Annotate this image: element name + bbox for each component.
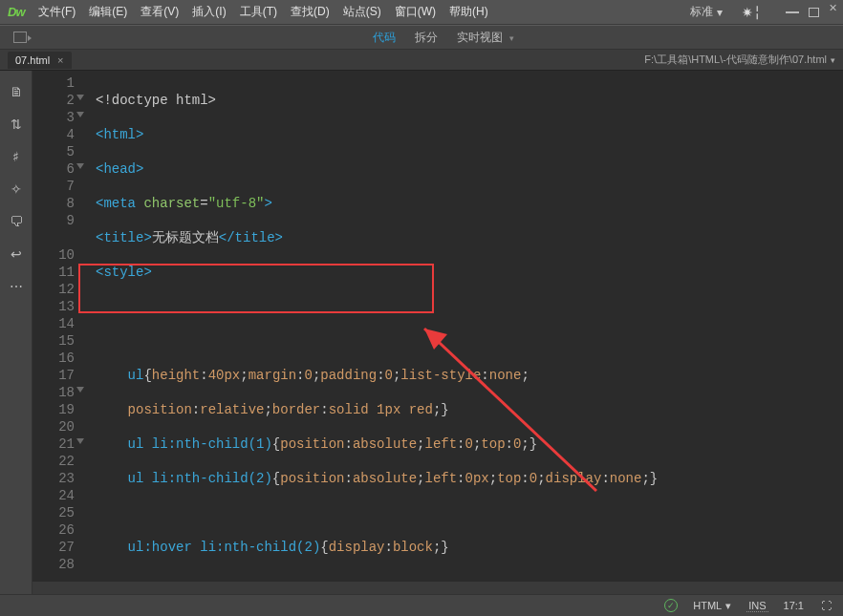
workspace-label: 标准 — [690, 4, 713, 20]
menu-help[interactable]: 帮助(H) — [449, 4, 488, 20]
wand-icon[interactable]: ✧ — [9, 181, 24, 197]
window-controls — [786, 6, 837, 19]
menu-view[interactable]: 查看(V) — [140, 4, 179, 20]
file-tab-strip: 07.html × F:\工具箱\HTML\-代码随意制作\07.html ▾ — [0, 50, 843, 71]
left-tool-rail: 🗎 ⇅ ♯ ✧ 🗨 ↩ ⋯ — [0, 71, 32, 594]
menu-window[interactable]: 窗口(W) — [395, 4, 436, 20]
status-insert-mode[interactable]: INS — [746, 600, 767, 612]
code-content[interactable]: <!doctype html> <html> <head> <meta char… — [82, 71, 843, 581]
window-minimize-button[interactable] — [786, 11, 799, 13]
menu-site[interactable]: 站点(S) — [343, 4, 381, 20]
more-icon[interactable]: ⋯ — [9, 279, 24, 294]
tab-close-icon[interactable]: × — [57, 54, 63, 66]
title-text: 无标题文档 — [152, 230, 219, 245]
chevron-down-icon: ▾ — [717, 6, 723, 19]
view-split-button[interactable]: 拆分 — [415, 30, 438, 46]
menu-find[interactable]: 查找(D) — [291, 4, 330, 20]
file-path[interactable]: F:\工具箱\HTML\-代码随意制作\07.html ▾ — [644, 53, 835, 67]
status-language[interactable]: HTML ▾ — [691, 600, 733, 612]
menu-file[interactable]: 文件(F) — [38, 4, 76, 20]
status-ok-icon[interactable]: ✓ — [664, 599, 678, 612]
hierarchy-icon[interactable]: ♯ — [9, 149, 24, 164]
chevron-down-icon: ▾ — [725, 600, 731, 612]
wrap-icon[interactable]: ↩ — [9, 246, 24, 262]
file-tab[interactable]: 07.html × — [8, 52, 72, 69]
code-editor[interactable]: 1 2 3 4 5 6 7 8 9 10 11 12 13 14 15 16 1… — [32, 71, 843, 594]
file-tab-label: 07.html — [15, 54, 50, 66]
code-line: <!doctype html> — [96, 93, 216, 108]
menu-insert[interactable]: 插入(I) — [192, 4, 226, 20]
chevron-down-icon: ▾ — [509, 33, 514, 43]
status-viewport-icon[interactable]: ⛶ — [819, 600, 833, 611]
menu-edit[interactable]: 编辑(E) — [89, 4, 127, 20]
line-number-gutter: 1 2 3 4 5 6 7 8 9 10 11 12 13 14 15 16 1… — [32, 71, 82, 581]
document-toolbar: 代码 拆分 实时视图 ▾ — [0, 25, 843, 50]
editor-area: 🗎 ⇅ ♯ ✧ 🗨 ↩ ⋯ 1 2 3 4 5 6 7 8 9 10 11 12 — [0, 71, 843, 594]
menu-tools[interactable]: 工具(T) — [240, 4, 277, 20]
settings-gear-icon[interactable]: ✷╎ — [742, 5, 761, 20]
title-bar: Dw 文件(F) 编辑(E) 查看(V) 插入(I) 工具(T) 查找(D) 站… — [0, 0, 843, 25]
arrows-icon[interactable]: ⇅ — [9, 117, 24, 132]
window-maximize-button[interactable] — [809, 8, 819, 17]
workspace-switcher[interactable]: 标准 ▾ — [690, 4, 723, 20]
status-cursor-position: 17:1 — [782, 600, 806, 611]
view-live-label: 实时视图 — [457, 31, 503, 44]
app-logo: Dw — [8, 5, 25, 20]
chevron-down-icon: ▾ — [831, 55, 835, 65]
menu-bar: 文件(F) 编辑(E) 查看(V) 插入(I) 工具(T) 查找(D) 站点(S… — [38, 4, 488, 20]
file-path-text: F:\工具箱\HTML\-代码随意制作\07.html — [644, 53, 827, 67]
status-language-label: HTML — [693, 600, 722, 611]
horizontal-scrollbar[interactable] — [32, 581, 843, 594]
window-close-button[interactable] — [829, 6, 837, 19]
comment-icon[interactable]: 🗨 — [9, 214, 24, 229]
file-icon[interactable]: 🗎 — [9, 84, 24, 99]
related-files-dropdown[interactable] — [13, 32, 27, 43]
status-bar: ✓ HTML ▾ INS 17:1 ⛶ — [0, 594, 843, 616]
view-live-button[interactable]: 实时视图 ▾ — [457, 30, 514, 46]
view-code-button[interactable]: 代码 — [373, 30, 396, 46]
